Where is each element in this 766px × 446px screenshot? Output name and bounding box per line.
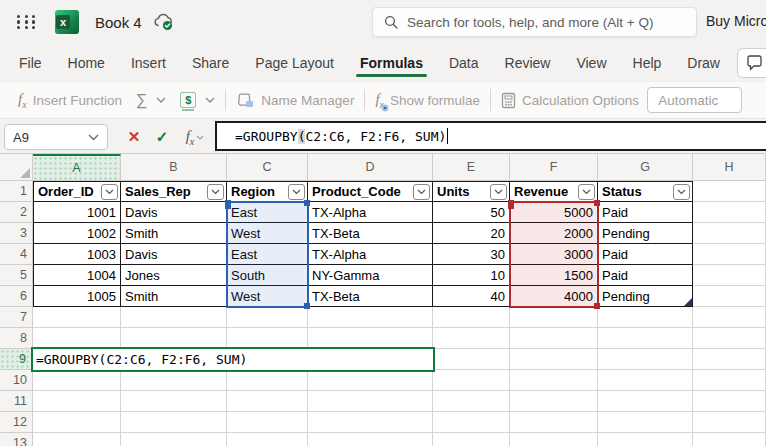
- tab-file[interactable]: File: [18, 47, 43, 79]
- autosum-button[interactable]: ∑: [136, 91, 166, 109]
- tab-home[interactable]: Home: [67, 47, 106, 79]
- row-header-12[interactable]: 12: [0, 412, 33, 433]
- filter-button-region[interactable]: [288, 184, 305, 200]
- cell-D2[interactable]: TX-Alpha: [308, 202, 433, 223]
- insert-function-fx-button[interactable]: fx: [178, 124, 212, 150]
- calculation-options-button[interactable]: Calculation Options: [501, 92, 639, 109]
- cell-A10[interactable]: [33, 370, 121, 391]
- cell-F4[interactable]: 3000: [510, 244, 598, 265]
- cell-D5[interactable]: NY-Gamma: [308, 265, 433, 286]
- row-header-7[interactable]: 7: [0, 307, 33, 328]
- name-box[interactable]: A9: [4, 124, 108, 150]
- cell-F9[interactable]: [510, 349, 598, 370]
- cell-G5[interactable]: Paid: [598, 265, 693, 286]
- show-formulae-button[interactable]: fx Show formulae: [375, 91, 480, 110]
- cell-D4[interactable]: TX-Alpha: [308, 244, 433, 265]
- cell-G2[interactable]: Paid: [598, 202, 693, 223]
- comments-button[interactable]: [737, 48, 766, 78]
- cell-F1[interactable]: Revenue: [510, 181, 598, 202]
- cancel-button[interactable]: ✕: [122, 124, 146, 150]
- cell-B13[interactable]: [121, 433, 227, 446]
- app-launcher-icon[interactable]: [17, 15, 37, 30]
- cell-A3[interactable]: 1002: [33, 223, 121, 244]
- cell-D13[interactable]: [308, 433, 433, 446]
- cell-D1[interactable]: Product_Code: [308, 181, 433, 202]
- cell-C6[interactable]: West: [227, 286, 308, 307]
- cell-H3[interactable]: [693, 223, 766, 244]
- cell-C7[interactable]: [227, 307, 308, 328]
- cell-A1[interactable]: Order_ID: [33, 181, 121, 202]
- cell-C12[interactable]: [227, 412, 308, 433]
- cell-D11[interactable]: [308, 391, 433, 412]
- workbook-title[interactable]: Book 4: [95, 14, 142, 31]
- cell-F3[interactable]: 2000: [510, 223, 598, 244]
- cell-F10[interactable]: [510, 370, 598, 391]
- tab-review[interactable]: Review: [504, 47, 552, 79]
- cell-B4[interactable]: Davis: [121, 244, 227, 265]
- cell-F12[interactable]: [510, 412, 598, 433]
- filter-button-product_code[interactable]: [413, 184, 430, 200]
- cell-G13[interactable]: [598, 433, 693, 446]
- filter-button-order_id[interactable]: [101, 184, 118, 200]
- cell-E9[interactable]: [433, 349, 510, 370]
- search-input[interactable]: Search for tools, help, and more (Alt + …: [372, 7, 697, 37]
- excel-logo-icon[interactable]: x: [55, 10, 79, 34]
- tab-help[interactable]: Help: [632, 47, 663, 79]
- filter-button-units[interactable]: [490, 184, 507, 200]
- cell-H13[interactable]: [693, 433, 766, 446]
- row-header-10[interactable]: 10: [0, 370, 33, 391]
- cell-G8[interactable]: [598, 328, 693, 349]
- cell-F2[interactable]: 5000: [510, 202, 598, 223]
- cell-B7[interactable]: [121, 307, 227, 328]
- cell-E1[interactable]: Units: [433, 181, 510, 202]
- cell-B5[interactable]: Jones: [121, 265, 227, 286]
- cell-A12[interactable]: [33, 412, 121, 433]
- cell-D7[interactable]: [308, 307, 433, 328]
- formula-input[interactable]: =GROUPBY(C2:C6, F2:F6, SUM): [215, 121, 766, 151]
- cell-E11[interactable]: [433, 391, 510, 412]
- column-header-d[interactable]: D: [308, 154, 433, 181]
- cell-A2[interactable]: 1001: [33, 202, 121, 223]
- cell-G3[interactable]: Pending: [598, 223, 693, 244]
- cell-B12[interactable]: [121, 412, 227, 433]
- cell-edit-box-a9[interactable]: =GROUPBY(C2:C6, F2:F6, SUM): [31, 347, 435, 372]
- tab-formulas[interactable]: Formulas: [359, 47, 424, 79]
- tab-page-layout[interactable]: Page Layout: [254, 47, 335, 79]
- cell-G4[interactable]: Paid: [598, 244, 693, 265]
- cell-H6[interactable]: [693, 286, 766, 307]
- column-header-f[interactable]: F: [510, 154, 598, 181]
- row-header-6[interactable]: 6: [0, 286, 33, 307]
- tab-data[interactable]: Data: [448, 47, 480, 79]
- cell-H7[interactable]: [693, 307, 766, 328]
- financial-functions-button[interactable]: $: [180, 92, 215, 108]
- tab-view[interactable]: View: [575, 47, 607, 79]
- select-all-triangle-icon[interactable]: [20, 168, 30, 178]
- cell-A11[interactable]: [33, 391, 121, 412]
- column-header-e[interactable]: E: [433, 154, 510, 181]
- cell-C5[interactable]: South: [227, 265, 308, 286]
- cell-A4[interactable]: 1003: [33, 244, 121, 265]
- cell-E7[interactable]: [433, 307, 510, 328]
- buy-microsoft-link[interactable]: Buy Microso: [706, 13, 766, 29]
- cell-H9[interactable]: [693, 349, 766, 370]
- cell-E4[interactable]: 30: [433, 244, 510, 265]
- cell-C8[interactable]: [227, 328, 308, 349]
- cell-F8[interactable]: [510, 328, 598, 349]
- filter-button-status[interactable]: [673, 184, 690, 200]
- cell-E8[interactable]: [433, 328, 510, 349]
- cell-F11[interactable]: [510, 391, 598, 412]
- cell-E10[interactable]: [433, 370, 510, 391]
- row-header-1[interactable]: 1: [0, 181, 33, 202]
- cell-H2[interactable]: [693, 202, 766, 223]
- filter-button-sales_rep[interactable]: [207, 184, 224, 200]
- tab-insert[interactable]: Insert: [130, 47, 167, 79]
- cell-G1[interactable]: Status: [598, 181, 693, 202]
- column-header-g[interactable]: G: [598, 154, 693, 181]
- column-header-h[interactable]: H: [693, 154, 766, 181]
- cell-B8[interactable]: [121, 328, 227, 349]
- cell-F5[interactable]: 1500: [510, 265, 598, 286]
- cell-H5[interactable]: [693, 265, 766, 286]
- cell-G12[interactable]: [598, 412, 693, 433]
- cell-G11[interactable]: [598, 391, 693, 412]
- cell-A6[interactable]: 1005: [33, 286, 121, 307]
